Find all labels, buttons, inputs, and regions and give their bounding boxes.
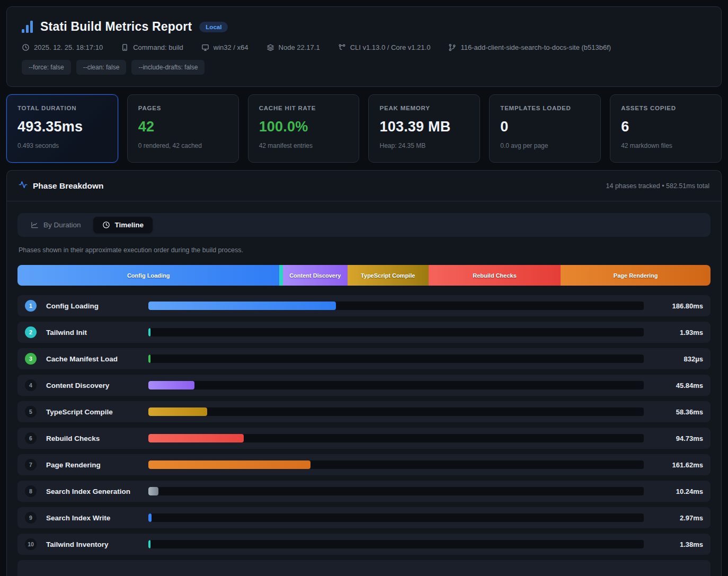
timeline-segment-config-loading: Config Loading — [17, 265, 279, 286]
metric-card-templates-loaded[interactable]: TEMPLATES LOADED00.0 avg per page — [489, 94, 601, 163]
page-title: Stati Build Metrics Report — [40, 20, 192, 34]
meta-text: CLI v1.13.0 / Core v1.21.0 — [350, 43, 431, 51]
phase-duration-bar — [148, 487, 158, 495]
phase-order-badge: 5 — [25, 406, 37, 418]
phase-name: Content Discovery — [46, 382, 148, 389]
metric-value: 103.39 MB — [379, 119, 469, 135]
meta-item: win32 / x64 — [201, 43, 248, 51]
timeline-stacked-bar: Config LoadingContent DiscoveryTypeScrip… — [17, 265, 711, 286]
phase-breakdown-panel: Phase Breakdown 14 phases tracked • 582.… — [6, 170, 722, 576]
tab-by-duration[interactable]: By Duration — [22, 217, 90, 233]
metric-cards: TOTAL DURATION493.35ms0.493 secondsPAGES… — [6, 94, 722, 163]
report-header: Stati Build Metrics Report Local 2025. 1… — [6, 6, 722, 87]
phase-row-search-index-write: 9Search Index Write2.97ms — [17, 507, 711, 528]
phase-duration-value: 1.38ms — [644, 540, 703, 548]
phase-duration-value: 58.36ms — [644, 408, 703, 416]
metric-subtext: 42 manifest entries — [259, 142, 349, 149]
clock-icon — [102, 221, 110, 229]
timeline-segment-content-discovery: Content Discovery — [283, 265, 348, 286]
phase-name: Rebuild Checks — [46, 435, 148, 442]
command-icon — [121, 43, 129, 51]
timeline-segment-label: TypeScript Compile — [361, 272, 415, 279]
phase-duration-bar — [148, 302, 336, 310]
timeline-segment-page-rendering: Page Rendering — [561, 265, 711, 286]
clock-icon — [22, 43, 30, 51]
metric-subtext: 0.493 seconds — [17, 142, 107, 149]
metric-value: 42 — [138, 119, 228, 135]
timeline-segment-label: Content Discovery — [289, 272, 341, 279]
phase-order-badge: 2 — [25, 326, 37, 338]
phase-duration-value: 161.62ms — [644, 461, 703, 469]
phase-bar-track — [148, 381, 644, 389]
phase-bar-track — [148, 328, 644, 336]
version-icon — [338, 43, 346, 51]
phase-order-badge: 10 — [25, 538, 37, 550]
phase-bar-track — [148, 434, 644, 442]
phase-duration-value: 832µs — [644, 355, 703, 363]
meta-text: 2025. 12. 25. 18:17:10 — [34, 43, 103, 51]
phase-name: Page Rendering — [46, 461, 148, 469]
metric-value: 493.35ms — [17, 119, 107, 135]
node-icon — [267, 43, 274, 51]
metric-card-cache-hit-rate[interactable]: CACHE HIT RATE100.0%42 manifest entries — [248, 94, 360, 163]
meta-text: Command: build — [133, 43, 183, 51]
phase-duration-value: 186.80ms — [644, 302, 703, 310]
phase-order-badge: 1 — [25, 300, 37, 312]
phase-row-partial — [17, 560, 711, 576]
metric-card-peak-memory[interactable]: PEAK MEMORY103.39 MBHeap: 24.35 MB — [368, 94, 480, 163]
metric-label: TEMPLATES LOADED — [500, 105, 590, 111]
metric-subtext: 0.0 avg per page — [500, 142, 590, 149]
tab-label: Timeline — [115, 221, 144, 229]
phase-bar-track — [148, 407, 644, 416]
phase-order-badge: 8 — [25, 485, 37, 497]
phase-row-config-loading: 1Config Loading186.80ms — [17, 295, 711, 316]
metric-card-pages[interactable]: PAGES420 rendered, 42 cached — [127, 94, 239, 163]
phase-row-search-index-generation: 8Search Index Generation10.24ms — [17, 481, 711, 502]
flag-chip: --force: false — [22, 60, 71, 75]
phase-row-tailwind-inventory: 10Tailwind Inventory1.38ms — [17, 534, 711, 555]
meta-text: win32 / x64 — [214, 43, 248, 51]
header-flags: --force: false--clean: false--include-dr… — [22, 60, 706, 75]
activity-pulse-icon — [19, 180, 28, 191]
metric-label: PAGES — [138, 105, 228, 111]
metric-subtext: Heap: 24.35 MB — [379, 142, 469, 149]
meta-item: Node 22.17.1 — [267, 43, 320, 51]
phase-order-badge: 3 — [25, 353, 37, 365]
timeline-segment-typescript-compile: TypeScript Compile — [348, 265, 429, 286]
phase-duration-value: 2.97ms — [644, 514, 703, 522]
metric-label: PEAK MEMORY — [379, 105, 469, 111]
metric-subtext: 0 rendered, 42 cached — [138, 142, 228, 149]
phase-duration-bar — [148, 460, 310, 469]
phase-duration-value: 1.93ms — [644, 329, 703, 336]
phase-summary: 14 phases tracked • 582.51ms total — [606, 182, 709, 190]
metric-card-total-duration[interactable]: TOTAL DURATION493.35ms0.493 seconds — [6, 94, 118, 163]
meta-text: Node 22.17.1 — [279, 43, 320, 51]
phase-duration-bar — [148, 328, 150, 336]
phase-duration-bar — [148, 513, 152, 522]
phase-bar-track — [148, 302, 644, 310]
metric-subtext: 42 markdown files — [621, 142, 711, 149]
metric-card-assets-copied[interactable]: ASSETS COPIED642 markdown files — [610, 94, 722, 163]
timeline-segment-label: Rebuild Checks — [473, 272, 517, 279]
meta-item: 2025. 12. 25. 18:17:10 — [22, 43, 103, 51]
meta-item: 116-add-client-side-search-to-docs-site … — [448, 43, 611, 51]
flag-chip: --clean: false — [76, 60, 127, 75]
metric-label: ASSETS COPIED — [621, 105, 711, 111]
git-branch-icon — [448, 43, 456, 51]
meta-item: CLI v1.13.0 / Core v1.21.0 — [338, 43, 431, 51]
phase-name: TypeScript Compile — [46, 408, 148, 416]
phase-bar-track — [148, 513, 644, 522]
view-tabs: By DurationTimeline — [17, 213, 711, 237]
phase-row-tailwind-init: 2Tailwind Init1.93ms — [17, 322, 711, 343]
phase-rows: 1Config Loading186.80ms2Tailwind Init1.9… — [17, 295, 711, 576]
metric-value: 6 — [621, 119, 711, 135]
timeline-segment-label: Page Rendering — [614, 272, 658, 279]
phase-order-badge: 9 — [25, 512, 37, 524]
tab-timeline[interactable]: Timeline — [93, 217, 153, 233]
phase-row-typescript-compile: 5TypeScript Compile58.36ms — [17, 401, 711, 422]
bar-chart-logo-icon — [22, 20, 33, 34]
timeline-description: Phases shown in their approximate execut… — [19, 246, 709, 254]
phase-name: Cache Manifest Load — [46, 355, 148, 363]
phase-duration-value: 45.84ms — [644, 382, 703, 389]
metric-value: 100.0% — [259, 119, 349, 135]
